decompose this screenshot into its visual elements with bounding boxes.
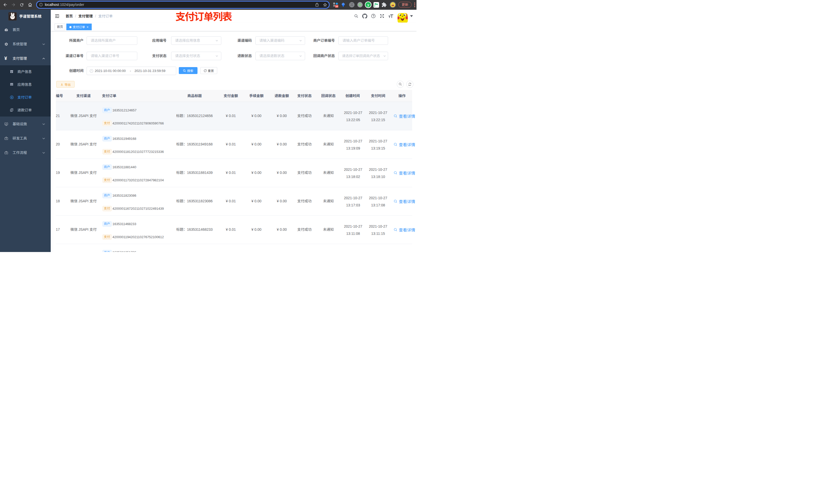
svg-text:y: y	[367, 3, 370, 7]
svg-text:⌘: ⌘	[350, 3, 353, 7]
svg-text:10: 10	[335, 5, 338, 8]
